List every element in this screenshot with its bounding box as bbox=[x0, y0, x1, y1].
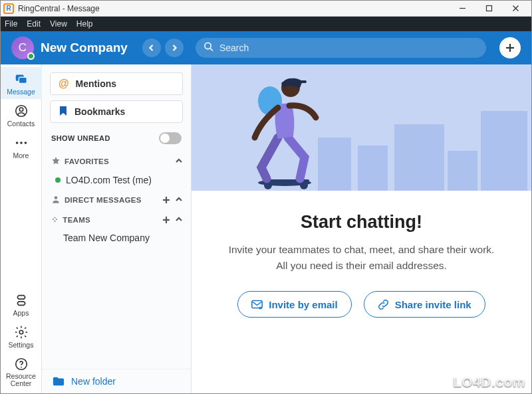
favorites-section-header[interactable]: FAVORITES bbox=[42, 151, 191, 171]
teams-label: TEAMS bbox=[63, 216, 158, 224]
svg-rect-30 bbox=[252, 300, 262, 308]
rail-message-label: Message bbox=[7, 88, 35, 96]
svg-point-18 bbox=[55, 196, 58, 199]
svg-rect-9 bbox=[19, 77, 27, 83]
team-icon: ⁘ bbox=[51, 215, 59, 225]
favorites-label: FAVORITES bbox=[65, 157, 171, 165]
hero-illustration bbox=[192, 64, 531, 191]
svg-rect-1 bbox=[486, 6, 491, 11]
menu-view[interactable]: View bbox=[50, 19, 67, 29]
at-icon: @ bbox=[59, 78, 69, 90]
add-dm-button[interactable] bbox=[162, 196, 171, 204]
email-icon bbox=[251, 299, 263, 310]
show-unread-toggle[interactable] bbox=[159, 132, 182, 144]
team-item-label: Team New Company bbox=[63, 233, 150, 243]
menu-file[interactable]: File bbox=[5, 19, 17, 29]
rail-settings[interactable]: Settings bbox=[1, 320, 42, 352]
rail-more-label: More bbox=[13, 151, 29, 159]
rail-contacts[interactable]: Contacts bbox=[1, 99, 42, 131]
star-icon bbox=[51, 156, 61, 167]
svg-point-11 bbox=[19, 108, 23, 112]
svg-point-4 bbox=[205, 43, 211, 49]
rail-message[interactable]: Message bbox=[1, 67, 42, 99]
search-icon bbox=[203, 42, 213, 54]
bookmarks-label: Bookmarks bbox=[74, 106, 125, 117]
svg-line-5 bbox=[210, 49, 213, 51]
teams-section-header[interactable]: ⁘ TEAMS bbox=[42, 209, 191, 229]
svg-point-14 bbox=[24, 142, 27, 144]
svg-point-12 bbox=[15, 142, 18, 144]
svg-rect-29 bbox=[299, 80, 307, 83]
app-icon: R bbox=[3, 3, 14, 14]
favorites-item-label: LO4D.com Test (me) bbox=[66, 175, 152, 185]
person-icon bbox=[51, 195, 61, 205]
link-icon bbox=[378, 299, 389, 310]
rail-resource-center[interactable]: Resource Center bbox=[1, 352, 42, 393]
svg-point-17 bbox=[21, 367, 22, 368]
invite-by-email-label: Invite by email bbox=[269, 299, 337, 310]
new-action-button[interactable] bbox=[499, 37, 521, 58]
svg-point-15 bbox=[19, 330, 23, 334]
menu-edit[interactable]: Edit bbox=[27, 19, 41, 29]
share-invite-link-label: Share invite link bbox=[395, 299, 471, 310]
direct-messages-section-header[interactable]: DIRECT MESSAGES bbox=[42, 189, 191, 209]
menu-help[interactable]: Help bbox=[76, 19, 93, 29]
share-invite-link-button[interactable]: Share invite link bbox=[364, 291, 485, 318]
empty-state-subtext: Invite your teammates to chat, meet, and… bbox=[222, 242, 501, 274]
rail-more[interactable]: More bbox=[1, 131, 42, 163]
mentions-label: Mentions bbox=[76, 78, 116, 89]
presence-indicator bbox=[27, 52, 35, 60]
window-titlebar: R RingCentral - Message bbox=[1, 1, 531, 17]
add-team-button[interactable] bbox=[162, 216, 171, 224]
new-folder-button[interactable]: New folder bbox=[42, 369, 191, 393]
rail-contacts-label: Contacts bbox=[7, 120, 35, 128]
bookmarks-button[interactable]: Bookmarks bbox=[50, 100, 183, 123]
conversation-sidebar: @ Mentions Bookmarks SHOW UNREAD FAVORIT… bbox=[42, 64, 192, 393]
nav-back-button[interactable] bbox=[142, 39, 161, 57]
direct-messages-label: DIRECT MESSAGES bbox=[65, 196, 158, 204]
nav-forward-button[interactable] bbox=[165, 39, 184, 57]
avatar-letter: C bbox=[19, 41, 27, 54]
chevron-up-icon bbox=[175, 195, 183, 205]
window-title: RingCentral - Message bbox=[18, 4, 100, 13]
rail-apps[interactable]: Apps bbox=[1, 288, 42, 320]
main-content: Start chatting! Invite your teammates to… bbox=[192, 64, 531, 393]
chevron-up-icon bbox=[175, 157, 183, 166]
search-input[interactable] bbox=[196, 38, 486, 58]
chevron-up-icon bbox=[175, 215, 183, 225]
presence-dot bbox=[55, 177, 61, 183]
rail-resource-center-label: Resource Center bbox=[1, 373, 42, 388]
avatar[interactable]: C bbox=[11, 37, 34, 59]
new-folder-label: New folder bbox=[71, 376, 116, 387]
invite-by-email-button[interactable]: Invite by email bbox=[237, 291, 351, 318]
nav-rail: Message Contacts More Apps Settings Reso… bbox=[1, 64, 42, 393]
company-name[interactable]: New Company bbox=[41, 41, 128, 55]
close-button[interactable] bbox=[502, 1, 529, 17]
mentions-button[interactable]: @ Mentions bbox=[50, 72, 183, 95]
rail-apps-label: Apps bbox=[13, 309, 29, 317]
rail-settings-label: Settings bbox=[9, 341, 34, 349]
team-item[interactable]: Team New Company bbox=[42, 229, 191, 247]
folder-icon bbox=[53, 376, 65, 387]
app-header: C New Company bbox=[1, 31, 531, 64]
empty-state-heading: Start chatting! bbox=[301, 212, 422, 233]
bookmark-icon bbox=[59, 106, 68, 118]
maximize-button[interactable] bbox=[475, 1, 502, 17]
favorites-item[interactable]: LO4D.com Test (me) bbox=[42, 171, 191, 189]
minimize-button[interactable] bbox=[449, 1, 475, 17]
svg-point-13 bbox=[20, 142, 23, 144]
show-unread-label: SHOW UNREAD bbox=[51, 134, 110, 142]
menu-bar: File Edit View Help bbox=[1, 17, 531, 31]
